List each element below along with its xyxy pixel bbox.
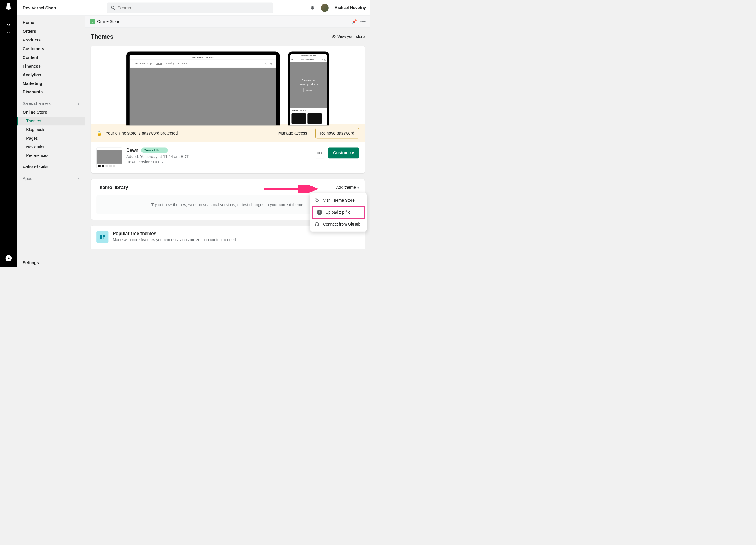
bell-icon[interactable] [310, 5, 315, 10]
svg-line-5 [266, 64, 267, 64]
nav-online-store[interactable]: Online Store [17, 108, 85, 116]
visit-theme-store-item[interactable]: Visit Theme Store [310, 195, 367, 206]
nav-blog-posts[interactable]: Blog posts [17, 125, 85, 134]
nav-navigation[interactable]: Navigation [17, 143, 85, 151]
library-title: Theme library [96, 185, 128, 190]
product-thumb [291, 113, 306, 124]
eye-icon [331, 34, 336, 39]
nav-finances[interactable]: Finances [17, 62, 85, 70]
theme-preview-card: Welcome to our store Dev Vercel Shop Hom… [91, 46, 365, 173]
rail-divider [6, 17, 12, 17]
apps-label: Apps [23, 176, 32, 181]
sales-channels-label: Sales channels [23, 101, 50, 106]
caret-down-icon: ▾ [357, 185, 359, 189]
current-theme-row: Dawn Current theme Added: Yesterday at 1… [91, 142, 365, 173]
grid-icon [96, 231, 108, 243]
nav-preferences[interactable]: Preferences [17, 151, 85, 160]
popular-title: Popular free themes [113, 231, 237, 236]
view-store-link[interactable]: View your store [331, 34, 365, 39]
customize-button[interactable]: Customize [328, 147, 359, 158]
mobile-welcome: Welcome to our store [290, 54, 327, 57]
svg-rect-6 [271, 63, 272, 64]
search-icon: ⌕ [322, 59, 323, 61]
mobile-hero-line1: Browse our [302, 78, 316, 82]
page-title: Themes [91, 33, 114, 40]
pin-icon[interactable]: 📌 [352, 19, 357, 24]
nav-products[interactable]: Products [17, 36, 85, 44]
svg-line-2 [114, 8, 115, 10]
lock-icon: 🔒 [96, 131, 102, 136]
left-rail: DS VS [0, 0, 17, 267]
user-name[interactable]: Michael Novotny [334, 6, 366, 10]
search-icon [265, 62, 267, 65]
nav-customers[interactable]: Customers [17, 44, 85, 53]
menu-icon: ☰ [291, 59, 293, 61]
preview-welcome: Welcome to our store [130, 55, 276, 60]
nav-orders[interactable]: Orders [17, 27, 85, 36]
connect-github-item[interactable]: Connect from GitHub [310, 219, 367, 230]
github-icon [314, 221, 320, 227]
avatar[interactable] [321, 4, 328, 12]
bag-icon: ▢ [324, 59, 326, 61]
nav-discounts[interactable]: Discounts [17, 88, 85, 96]
nav-analytics[interactable]: Analytics [17, 70, 85, 79]
mobile-hero-line2: latest products [300, 82, 318, 86]
theme-version-label: Dawn version 9.0.0 [126, 160, 160, 165]
theme-more-button[interactable]: ••• [315, 147, 325, 158]
chevron-right-icon: › [78, 176, 79, 180]
svg-point-3 [333, 36, 334, 37]
nav-marketing[interactable]: Marketing [17, 79, 85, 88]
remove-password-button[interactable]: Remove password [315, 128, 359, 138]
upload-zip-item[interactable]: Upload zip file [312, 206, 365, 219]
bag-icon [270, 62, 272, 65]
theme-version[interactable]: Dawn version 9.0.0 ▾ [126, 160, 311, 165]
nav-point-of-sale[interactable]: Point of Sale [17, 163, 85, 172]
preview-brand: Dev Vercel Shop [134, 62, 152, 65]
password-banner: 🔒 Your online store is password protecte… [91, 124, 365, 142]
theme-name: Dawn [126, 148, 138, 153]
nav-settings[interactable]: Settings [17, 258, 85, 267]
preview-nav-contact: Contact [178, 62, 187, 65]
add-theme-button[interactable]: Add theme ▾ [336, 185, 359, 189]
nav-home[interactable]: Home [17, 19, 85, 27]
rail-item-vs[interactable]: VS [7, 31, 10, 34]
svg-rect-12 [103, 237, 104, 239]
visit-theme-store-label: Visit Theme Store [323, 198, 355, 203]
nav-themes[interactable]: Themes [17, 116, 85, 125]
nav-content[interactable]: Content [17, 53, 85, 62]
sidebar: Home Orders Products Customers Content F… [17, 16, 85, 267]
search-field[interactable] [107, 3, 273, 13]
nav-sales-channels[interactable]: Sales channels › [17, 99, 85, 108]
svg-point-4 [265, 63, 266, 64]
top-bar: Dev Vercel Shop Michael Novotny [17, 0, 370, 16]
rail-expand-button[interactable] [6, 255, 12, 261]
more-icon[interactable]: ••• [360, 19, 366, 24]
preview-nav-catalog: Catalog [166, 62, 174, 65]
svg-rect-10 [103, 235, 105, 237]
manage-access-link[interactable]: Manage access [278, 131, 307, 135]
online-store-icon: ⌂ [90, 19, 95, 24]
upload-icon [317, 209, 322, 215]
theme-thumbnail [96, 147, 122, 168]
shopify-logo[interactable] [5, 3, 12, 10]
desktop-preview: Welcome to our store Dev Vercel Shop Hom… [126, 51, 280, 125]
theme-library-card: Theme library Add theme ▾ Try out new th… [91, 179, 365, 220]
nav-apps[interactable]: Apps › [17, 174, 85, 183]
svg-point-8 [316, 199, 317, 200]
shop-name[interactable]: Dev Vercel Shop [23, 5, 56, 10]
tag-icon [314, 198, 320, 203]
product-thumb [307, 113, 322, 124]
search-input[interactable] [118, 5, 270, 10]
nav-pages[interactable]: Pages [17, 134, 85, 143]
mobile-featured-label: Featured products [291, 110, 326, 112]
context-bar: ⌂ Online Store 📌 ••• [85, 16, 370, 28]
chevron-right-icon: › [78, 102, 79, 106]
current-theme-badge: Current theme [141, 147, 168, 153]
connect-github-label: Connect from GitHub [323, 222, 360, 227]
annotation-arrow [264, 185, 318, 193]
search-icon [111, 6, 115, 10]
rail-item-ds[interactable]: DS [7, 23, 11, 27]
mobile-preview: Welcome to our store ☰ Dev Vercel Shop ⌕… [288, 51, 329, 125]
mobile-brand: Dev Vercel Shop [301, 59, 314, 61]
add-theme-label: Add theme [336, 185, 356, 189]
